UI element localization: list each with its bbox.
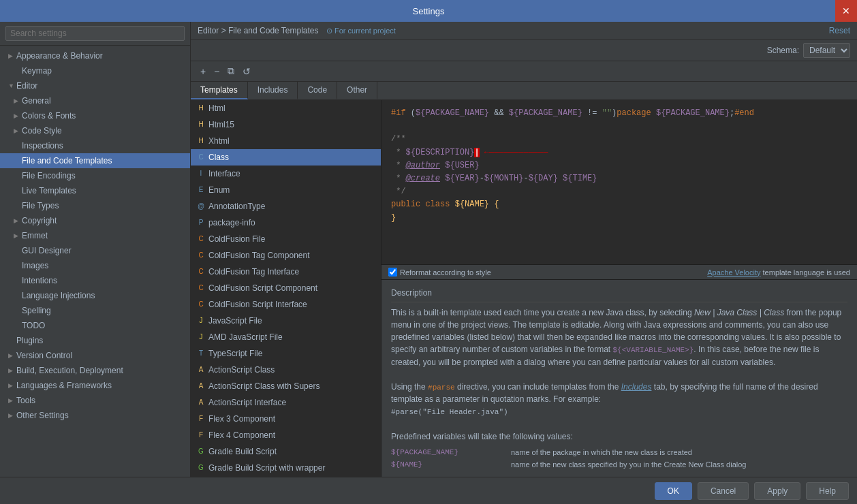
cf-icon: C [196, 300, 206, 309]
template-item-interface[interactable]: I Interface [191, 166, 381, 182]
reset-file-button[interactable]: ↺ [240, 65, 253, 78]
sidebar-item-inspections[interactable]: Inspections [0, 138, 190, 153]
sidebar-item-plugins[interactable]: Plugins [0, 333, 190, 348]
sidebar-item-images[interactable]: Images [0, 258, 190, 273]
description-title: Description [391, 287, 847, 302]
template-item-cf-file[interactable]: C ColdFusion File [191, 231, 381, 247]
remove-template-button[interactable]: − [211, 65, 222, 78]
arrow-icon: ▶ [14, 95, 22, 107]
description-table: ${PACKAGE_NAME} name of the package in w… [391, 447, 847, 471]
template-item-gradle-wrapper[interactable]: G Gradle Build Script with wrapper [191, 460, 381, 476]
interface-icon: I [196, 169, 206, 178]
sidebar-item-file-types[interactable]: File Types [0, 198, 190, 213]
template-item-html5[interactable]: H Html15 [191, 116, 381, 133]
gradle-icon: G [196, 447, 206, 456]
schema-select[interactable]: Default [803, 43, 850, 58]
schema-row: Schema: Default [191, 40, 857, 61]
sidebar-item-copyright[interactable]: ▶ Copyright [0, 213, 190, 228]
help-button[interactable]: Help [806, 482, 849, 500]
sidebar-item-colors-fonts[interactable]: ▶ Colors & Fonts [0, 108, 190, 123]
templates-list: H Html H Html15 H Xhtml C Class [191, 100, 381, 477]
editor-footer: Reformat according to style Apache Veloc… [381, 264, 857, 279]
table-row: ${NAME} name of the new class specified … [391, 459, 847, 471]
project-note: ⊙ For current project [326, 27, 396, 35]
sidebar-item-general[interactable]: ▶ General [0, 93, 190, 108]
sidebar-item-todo[interactable]: TODO [0, 318, 190, 333]
arrow-icon: ▶ [14, 125, 22, 137]
js-icon: J [196, 332, 206, 342]
search-input[interactable] [5, 26, 185, 41]
template-item-cf-script-interface[interactable]: C ColdFusion Script Interface [191, 296, 381, 313]
template-item-amd-js-file[interactable]: J AMD JavaScript File [191, 329, 381, 345]
sidebar-item-file-encodings[interactable]: File Encodings [0, 168, 190, 183]
template-item-flex3[interactable]: F Flex 3 Component [191, 411, 381, 427]
template-item-cf-tag-interface[interactable]: C ColdFusion Tag Interface [191, 264, 381, 280]
template-item-package-info[interactable]: P package-info [191, 215, 381, 231]
reset-link[interactable]: Reset [829, 26, 850, 35]
sidebar-item-language-injections[interactable]: Language Injections [0, 288, 190, 303]
template-item-as-class-supers[interactable]: A ActionScript Class with Supers [191, 378, 381, 394]
package-icon: P [196, 218, 206, 227]
tab-templates[interactable]: Templates [191, 82, 248, 99]
html-icon: H [196, 104, 206, 113]
tab-includes[interactable]: Includes [248, 82, 298, 99]
template-item-ts-file[interactable]: T TypeScript File [191, 345, 381, 362]
template-item-gradle[interactable]: G Gradle Build Script [191, 443, 381, 460]
as-icon: A [196, 381, 206, 391]
sidebar-item-gui-designer[interactable]: GUI Designer [0, 243, 190, 258]
template-item-js-file[interactable]: J JavaScript File [191, 313, 381, 329]
sidebar-item-keymap[interactable]: Keymap [0, 63, 190, 78]
title-bar: Settings ✕ [0, 0, 857, 22]
cancel-button[interactable]: Cancel [698, 482, 749, 500]
arrow-icon: ▶ [8, 409, 16, 422]
breadcrumb: Editor > File and Code Templates ⊙ For c… [198, 26, 396, 35]
close-button[interactable]: ✕ [835, 0, 857, 22]
ok-button[interactable]: OK [655, 482, 692, 500]
sidebar-item-languages-frameworks[interactable]: ▶ Languages & Frameworks [0, 378, 190, 393]
description-text: This is a built-in template used each ti… [391, 306, 847, 471]
sidebar-item-tools[interactable]: ▶ Tools [0, 393, 190, 408]
template-item-flex4[interactable]: F Flex 4 Component [191, 427, 381, 443]
arrow-icon: ▼ [8, 80, 16, 92]
template-item-xhtml[interactable]: H Xhtml [191, 133, 381, 149]
template-item-as-interface[interactable]: A ActionScript Interface [191, 394, 381, 411]
sidebar-item-file-code-templates[interactable]: File and Code Templates [0, 153, 190, 168]
arrow-icon: ▶ [8, 379, 16, 392]
template-item-annotation[interactable]: @ AnnotationType [191, 198, 381, 215]
tab-code[interactable]: Code [298, 82, 337, 99]
settings-sidebar: ▶ Appearance & Behavior Keymap ▼ Editor … [0, 22, 191, 477]
sidebar-item-live-templates[interactable]: Live Templates [0, 183, 190, 198]
window-title: Settings [413, 6, 445, 16]
sidebar-item-intentions[interactable]: Intentions [0, 273, 190, 288]
flex-icon: F [196, 430, 206, 440]
right-panel: Editor > File and Code Templates ⊙ For c… [191, 22, 857, 477]
template-item-enum[interactable]: E Enum [191, 182, 381, 198]
sidebar-item-spelling[interactable]: Spelling [0, 303, 190, 318]
template-item-cf-tag-component[interactable]: C ColdFusion Tag Component [191, 247, 381, 264]
sidebar-item-other-settings[interactable]: ▶ Other Settings [0, 408, 190, 423]
tab-other[interactable]: Other [337, 82, 377, 99]
sidebar-item-version-control[interactable]: ▶ Version Control [0, 348, 190, 363]
template-item-class[interactable]: C Class [191, 149, 381, 166]
cf-icon: C [196, 234, 206, 244]
sidebar-item-emmet[interactable]: ▶ Emmet [0, 228, 190, 243]
template-item-html[interactable]: H Html [191, 100, 381, 116]
html-icon: H [196, 136, 206, 146]
class-icon: C [196, 153, 206, 162]
sidebar-item-appearance[interactable]: ▶ Appearance & Behavior [0, 48, 190, 63]
sidebar-item-editor[interactable]: ▼ Editor [0, 78, 190, 93]
search-box [0, 22, 190, 46]
reformat-checkbox[interactable] [388, 268, 397, 277]
sidebar-item-build-execution[interactable]: ▶ Build, Execution, Deployment [0, 363, 190, 378]
code-editor[interactable]: #if (${PACKAGE_NAME} && ${PACKAGE_NAME} … [381, 100, 857, 264]
sidebar-item-code-style[interactable]: ▶ Code Style [0, 123, 190, 138]
bottom-bar: OK Cancel Apply Help [0, 477, 857, 504]
apply-button[interactable]: Apply [754, 482, 800, 500]
apache-velocity-link[interactable]: Apache Velocity [707, 268, 760, 277]
template-item-as-class[interactable]: A ActionScript Class [191, 362, 381, 378]
template-item-cf-script-component[interactable]: C ColdFusion Script Component [191, 280, 381, 296]
add-template-button[interactable]: + [198, 65, 208, 78]
copy-template-button[interactable]: ⧉ [225, 64, 237, 78]
html-icon: H [196, 120, 206, 129]
arrow-icon: ▶ [8, 364, 16, 377]
